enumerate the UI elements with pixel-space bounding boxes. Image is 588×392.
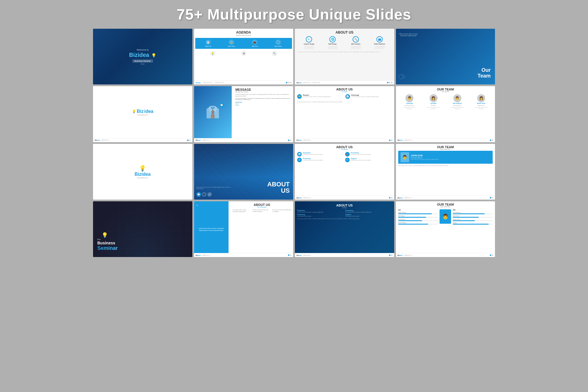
chat-icon: 💬 — [219, 103, 225, 108]
skill-1: Graphic Design — [398, 212, 438, 214]
team-name-1: JOHN DOE — [406, 103, 413, 104]
about-icon-3: 🔍 SEO Analysis — [351, 36, 361, 49]
footer-dots-11 — [389, 197, 392, 198]
slide-7-bottom: Lorem ipsum dolor sit amet, consectetur … — [295, 101, 394, 103]
slide-15-header: ABOUT US Groups — [297, 204, 392, 208]
feature-row-2: Producing Lorem ipsum dolor sit amet. Su… — [297, 214, 392, 217]
about-icon-4: 👥 Public Relations — [374, 36, 385, 49]
about-label-4: Public Relations — [374, 43, 385, 45]
footer-brand-8: Bizidea — [398, 139, 403, 141]
slide-2-agenda[interactable]: AGENDA Agenda Whole Seminar 📋 Step One 🔒… — [194, 29, 293, 84]
skill-2: Web Design — [398, 215, 438, 218]
slide-4-title: OurTeam — [477, 67, 491, 79]
slide-14-col2: Ut enim ad minim veniam, quis nostrud ex… — [252, 209, 271, 212]
projection-body: Lorem ipsum dolor sit amet consectetur. — [303, 154, 323, 155]
slide-14-about-philosophy[interactable]: " Lorem ipsum dolor sit amet, consectetu… — [194, 201, 293, 257]
feature-projection: 📊 Projection Lorem ipsum dolor sit amet … — [297, 152, 344, 157]
skill-fill-6 — [453, 217, 479, 218]
slide-10-text: Lorem ipsum dolor sit amet, consectetur … — [196, 186, 231, 190]
slide-14-footer: Bizidea mail@bizidea.com — [194, 253, 293, 257]
dot-2 — [288, 82, 289, 83]
slide-16-our-team-skills[interactable]: OUR TEAM Meet JOHN DOE Skill Graphic Des… — [396, 201, 495, 257]
slide-12-footer: Bizidea mail@bizidea.com — [396, 196, 495, 200]
skill-label-3: SEO Analysis — [398, 219, 438, 220]
slide-14-right: ABOUT US Our Philosophy Lorem ipsum dolo… — [231, 201, 293, 253]
skill-fill-3 — [398, 220, 422, 221]
footer-email-12: mail@bizidea.com — [404, 197, 412, 198]
bulb-icon-5: 💡 — [132, 109, 136, 113]
feature-support: 🛡 Support Lorem ipsum dolor sit amet con… — [345, 158, 392, 162]
svg-point-0 — [399, 74, 403, 79]
about-lines-3 — [351, 46, 361, 49]
dot-12-2 — [492, 197, 493, 198]
advantage-icon: 📈 — [345, 94, 350, 99]
slide-16-left: Skill Graphic Design Web Design SEO Anal… — [398, 209, 438, 225]
agenda-icon-3: 💼 — [252, 40, 257, 45]
slide-5-bizidea-seminar[interactable]: 💡 Bizidea www.bizidea.com BUSINESS SEMIN… — [93, 86, 192, 142]
slide-11-header: ABOUT US Our Mission — [295, 144, 394, 151]
slide-2-footer: Bizidea mail@bizidea.com +1(315) 15-45-4… — [194, 80, 293, 84]
slide-4-our-team-dark[interactable]: " Lorem ipsum dolor sit amet, consectetu… — [396, 29, 495, 84]
slide-7-about-vision[interactable]: ABOUT US Our Vision 🤝 Respect Lorem ipsu… — [295, 86, 394, 142]
slide-2-subtitle: Agenda Whole Seminar — [194, 34, 293, 36]
footer-brand-5: Bizidea — [95, 139, 100, 141]
slide-7-col1: 🤝 Respect Lorem ipsum dolor sit amet, co… — [297, 94, 344, 100]
footer-brand-12: Bizidea — [398, 197, 403, 199]
slide-3-about-us-icons[interactable]: ABOUT US ✏ Graphic Design 🌐 Web Design 🔍… — [295, 29, 394, 84]
slide-14-quote: Lorem ipsum dolor sit amet, consectetur … — [196, 227, 227, 232]
team-text-3: Lorem ipsum dolor sit amet consectetur. — [451, 107, 464, 109]
skill-label-5: Communication — [453, 212, 493, 213]
footer-phone: +1(315) 15-45-48 — [215, 82, 224, 83]
banner-name: JOHN DOE — [411, 154, 439, 157]
skill-fill-2 — [398, 217, 426, 218]
feat-col-2: Promoting Lorem ipsum dolor sit amet, co… — [345, 210, 392, 213]
skill-header-left: Skill — [398, 209, 438, 211]
slide-1-welcome[interactable]: Welcome to Bizidea 💡 Business Seminar 20… — [93, 29, 192, 84]
slide-6-footer: Bizidea mail@bizidea.com — [194, 138, 293, 142]
footer-brand-15: Bizidea — [297, 254, 302, 256]
team-text-1: Lorem ipsum dolor sit amet consectetur. — [403, 107, 416, 109]
producing-text: Producing Lorem ipsum dolor sit amet con… — [303, 158, 323, 161]
slide-8-our-team-light[interactable]: OUR TEAM Team Section 👨 JOHN DOE Executi… — [396, 86, 495, 142]
agenda-label-5: Step Two — [210, 57, 216, 58]
slide-8-header: OUR TEAM Team Section — [396, 86, 495, 93]
skill-label-2: Web Design — [398, 215, 438, 217]
slide-10-about-building[interactable]: ABOUTUS 💬 ⚙ 🔗 Lorem ipsum dolor sit amet… — [194, 144, 293, 200]
feat-col-4: Support Lorem ipsum dolor sit amet. — [345, 214, 392, 217]
slide-12-our-team-john[interactable]: OUR TEAM Meet JOHN DOE 👨 JOHN DOE Execut… — [396, 144, 495, 200]
slide-15-about-groups[interactable]: ABOUT US Groups Projection Lorem ipsum d… — [295, 201, 394, 257]
feat-col-1: Projection Lorem ipsum dolor sit amet, c… — [297, 210, 344, 213]
dot-11-2 — [391, 197, 392, 198]
slide-1-welcome-text: Welcome to — [137, 49, 149, 51]
projection-icon: 📊 — [297, 152, 302, 157]
skill-label-1: Graphic Design — [398, 212, 438, 213]
slide-11-about-mission[interactable]: ABOUT US Our Mission 📊 Projection Lorem … — [295, 144, 394, 200]
team-member-4: 👩 BEARY POOL Assistant Dir. Lorem ipsum … — [475, 94, 488, 109]
dot-1 — [286, 82, 287, 83]
slide-9-bizidea-logo[interactable]: 💡 Bizidea www.bizidea.com — [93, 144, 192, 200]
slide-7-cols: 🤝 Respect Lorem ipsum dolor sit amet, co… — [295, 93, 394, 101]
slide-1-brand2: idea — [138, 52, 149, 58]
agenda-icon-4: 📎 — [276, 40, 281, 45]
slide-13-seminar-dark[interactable]: 💡 the Business Seminar — [93, 201, 192, 257]
slide-3-body: Lorem ipsum dolor sit amet, consectetur … — [295, 51, 394, 53]
slide-5-logo: 💡 Bizidea — [132, 109, 153, 114]
support-icon: 🛡 — [345, 158, 350, 162]
slide-14-title: ABOUT US — [232, 203, 291, 206]
skill-bg-5 — [453, 213, 493, 214]
slide-1-content: Welcome to Bizidea 💡 Business Seminar 20… — [93, 29, 192, 84]
team-name-4: BEARY POOL — [477, 103, 486, 104]
team-role-4: Assistant Dir. — [478, 105, 485, 106]
about-icon-1: ✏ Graphic Design — [304, 36, 314, 49]
slide-6-message[interactable]: 👔 💬 MESSAGE Message from Director Contra… — [194, 86, 293, 142]
slide-3-title: ABOUT US — [295, 30, 394, 34]
feature-respect-text: Respect Lorem ipsum dolor sit amet, cons… — [303, 94, 331, 97]
agenda-item-4: 📎 Step Seven — [274, 40, 282, 47]
slide-11-footer: Bizidea mail@bizidea.com — [295, 196, 394, 200]
slide-16-main: Skill Graphic Design Web Design SEO Anal… — [396, 208, 495, 227]
brand-idea: idea — [144, 109, 153, 114]
agenda-label-2: Step Three — [228, 45, 235, 47]
slide-5-content: 💡 Bizidea www.bizidea.com — [93, 86, 192, 138]
slide-2-header: AGENDA Agenda Whole Seminar — [194, 29, 293, 37]
dot-14-1 — [288, 254, 289, 256]
